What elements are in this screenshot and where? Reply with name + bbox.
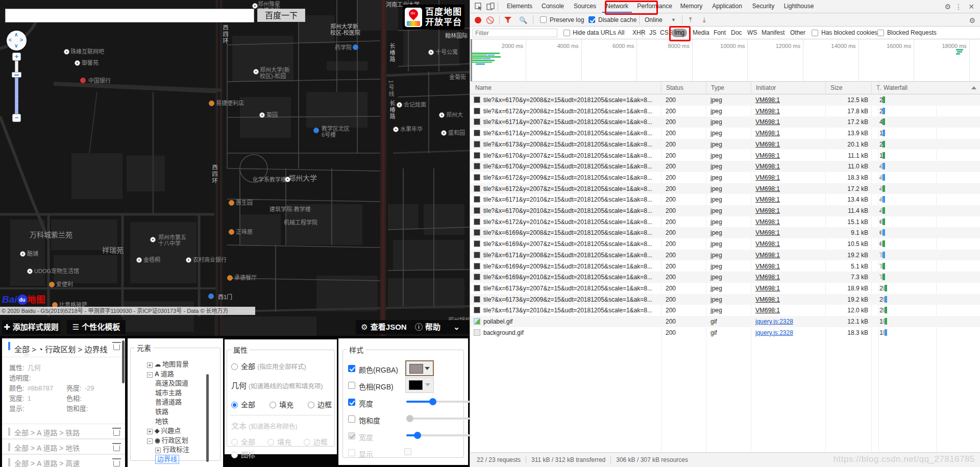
- attr-geometry-options[interactable]: 全部填充边框: [231, 399, 332, 409]
- request-initiator[interactable]: VM698:1: [755, 118, 825, 126]
- column-header-status[interactable]: Status: [661, 82, 706, 94]
- tree-node-11[interactable]: 边界线: [155, 454, 179, 463]
- filter-input[interactable]: [473, 29, 557, 37]
- devtools-menu-icon[interactable]: ⋮: [955, 3, 962, 11]
- map-canvas[interactable]: 郑州豫星 快捷酒店河南工业大学珠峰互联网吧御馨苑郑州大学新 校区-校医院药学院翰…: [0, 0, 470, 337]
- style-option-4[interactable]: 饱和度: [348, 414, 460, 430]
- style-rule-item[interactable]: 全部 > A 道路 > 铁路: [2, 424, 125, 439]
- hide-data-urls-checkbox[interactable]: [564, 30, 570, 36]
- import-har-icon[interactable]: ⤒: [689, 16, 692, 24]
- network-request-row[interactable]: tile?&x=6171&y=2008&z=15&udt=20181205&sc…: [471, 250, 980, 261]
- request-initiator[interactable]: VM698:1: [755, 218, 825, 226]
- column-header-waterfall[interactable]: Waterfall: [878, 82, 980, 94]
- tree-node-8[interactable]: +◆兴趣点: [147, 425, 181, 435]
- filter-pill-manifest[interactable]: Manifest: [759, 29, 787, 37]
- filter-pill-media[interactable]: Media: [690, 29, 712, 37]
- style-rule-item[interactable]: 全部 > A 道路 > 高速: [2, 454, 125, 467]
- zoom-slider-handle[interactable]: [12, 72, 21, 78]
- record-button[interactable]: [475, 17, 481, 23]
- network-request-row[interactable]: tile?&x=6172&y=2009&z=15&udt=20181205&sc…: [471, 172, 980, 183]
- has-blocked-cookies-checkbox[interactable]: [812, 30, 818, 36]
- delete-rule-icon[interactable]: [113, 428, 120, 435]
- network-request-row[interactable]: tile?&x=6173&y=2007&z=15&udt=20181205&sc…: [471, 283, 980, 294]
- style-option-1[interactable]: 颜色(RGBA): [348, 364, 460, 379]
- tree-node-7[interactable]: 地铁: [155, 416, 168, 426]
- request-initiator[interactable]: VM698:1: [755, 274, 825, 281]
- tree-node-2[interactable]: −A道路: [147, 368, 174, 378]
- tree-node-6[interactable]: 铁路: [155, 406, 168, 416]
- devtools-tab-lighthouse[interactable]: Lighthouse: [781, 0, 817, 13]
- filter-pill-ws[interactable]: WS: [745, 29, 760, 37]
- devtools-close-icon[interactable]: ✕: [968, 3, 974, 11]
- clear-icon[interactable]: 🚫: [486, 16, 494, 24]
- network-request-row[interactable]: background.gif200gifjquery.js:232818.3 k…: [471, 327, 980, 338]
- column-header-type[interactable]: Type: [706, 82, 751, 94]
- network-request-row[interactable]: tile?&x=6170&y=2007&z=15&udt=20181205&sc…: [471, 150, 980, 161]
- tree-node-10[interactable]: +行政标注: [155, 444, 189, 454]
- tree-scrollbar[interactable]: [206, 374, 209, 462]
- devtools-tab-sources[interactable]: Sources: [571, 0, 599, 13]
- search-button[interactable]: 百度一下: [257, 9, 305, 22]
- template-button[interactable]: ☰个性化模板: [67, 320, 126, 334]
- disable-cache-checkbox[interactable]: [589, 16, 595, 23]
- tree-node-5[interactable]: 普通道路: [155, 397, 182, 406]
- request-initiator[interactable]: VM698:1: [755, 307, 825, 314]
- style-rule-item[interactable]: 全部 > ◔ 行政区划 > 边界线: [2, 338, 125, 357]
- help-button[interactable]: ⓘ帮助: [412, 320, 444, 334]
- column-header-size[interactable]: Size: [825, 82, 871, 94]
- network-request-row[interactable]: poilabel.gif200gifjquery.js:232812.1 kB1…: [471, 316, 980, 327]
- network-request-row[interactable]: tile?&x=6169&y=2007&z=15&udt=20181205&sc…: [471, 238, 980, 250]
- attr-all-radio-row[interactable]: 全部 (指应用全部样式): [231, 361, 306, 371]
- add-style-rule-button[interactable]: ✚添加样式规则: [2, 320, 60, 334]
- filter-icon[interactable]: [504, 17, 511, 23]
- blocked-requests-checkbox[interactable]: [877, 30, 884, 36]
- zoom-track-lower[interactable]: [15, 78, 18, 114]
- request-initiator[interactable]: VM698:1: [755, 174, 825, 181]
- network-request-row[interactable]: tile?&x=6171&y=2009&z=15&udt=20181205&sc…: [471, 128, 980, 139]
- devtools-settings-icon[interactable]: ⚙: [944, 3, 951, 11]
- devtools-tab-elements[interactable]: Elements: [504, 0, 535, 13]
- style-option-5[interactable]: 宽度: [348, 431, 460, 447]
- request-initiator[interactable]: jquery.js:2328: [755, 329, 825, 336]
- filter-pill-all[interactable]: All: [615, 29, 627, 37]
- devtools-tab-security[interactable]: Security: [749, 0, 778, 13]
- request-initiator[interactable]: VM698:1: [755, 108, 825, 115]
- request-initiator[interactable]: VM698:1: [755, 229, 825, 236]
- network-settings-icon[interactable]: ⚙: [969, 16, 975, 24]
- delete-rule-icon[interactable]: [113, 443, 120, 451]
- network-request-row[interactable]: tile?&x=6169&y=2009&z=15&udt=20181205&sc…: [471, 261, 980, 272]
- search-input[interactable]: [5, 9, 254, 22]
- network-request-row[interactable]: tile?&x=6170&y=2010&z=15&udt=20181205&sc…: [471, 205, 980, 216]
- devtools-tab-memory[interactable]: Memory: [677, 0, 705, 13]
- zoom-out-button[interactable]: −: [12, 114, 21, 122]
- export-har-icon[interactable]: ⤓: [703, 16, 706, 24]
- filter-pill-xhr[interactable]: XHR: [630, 29, 648, 37]
- request-initiator[interactable]: VM698:1: [755, 240, 825, 248]
- request-initiator[interactable]: VM698:1: [755, 252, 825, 259]
- preserve-log-checkbox[interactable]: [540, 16, 547, 23]
- delete-rule-icon[interactable]: [113, 342, 120, 350]
- filter-pill-other[interactable]: Other: [788, 29, 808, 37]
- delete-rule-icon[interactable]: [113, 458, 120, 466]
- network-overview-timeline[interactable]: 2000 ms4000 ms6000 ms8000 ms10000 ms1200…: [471, 39, 980, 82]
- zoom-in-button[interactable]: +: [12, 53, 21, 61]
- style-option-2[interactable]: 色相(RGB): [348, 381, 460, 396]
- network-request-row[interactable]: tile?&x=6169&y=2010&z=15&udt=20181205&sc…: [471, 272, 980, 283]
- map-pan-control[interactable]: ∧ ∨ < >: [7, 31, 27, 51]
- devtools-tab-application[interactable]: Application: [708, 0, 746, 13]
- request-initiator[interactable]: VM698:1: [755, 263, 825, 270]
- network-request-row[interactable]: tile?&x=6171&y=2007&z=15&udt=20181205&sc…: [471, 116, 980, 128]
- tree-node-3[interactable]: 高速及国道: [155, 378, 188, 387]
- request-initiator[interactable]: VM698:1: [755, 152, 825, 159]
- network-request-row[interactable]: tile?&x=6172&y=2007&z=15&udt=20181205&sc…: [471, 183, 980, 194]
- network-request-row[interactable]: tile?&x=6173&y=2010&z=15&udt=20181205&sc…: [471, 305, 980, 316]
- network-request-row[interactable]: tile?&x=6172&y=2010&z=15&udt=20181205&sc…: [471, 216, 980, 228]
- network-request-row[interactable]: tile?&x=6173&y=2008&z=15&udt=20181205&sc…: [471, 139, 980, 150]
- request-initiator[interactable]: VM698:1: [755, 196, 825, 203]
- request-initiator[interactable]: VM698:1: [755, 96, 825, 104]
- zoom-track[interactable]: [15, 61, 18, 73]
- throttling-select[interactable]: Online: [645, 16, 663, 23]
- request-initiator[interactable]: VM698:1: [755, 163, 825, 170]
- filter-pill-doc[interactable]: Doc: [728, 29, 744, 37]
- device-toolbar-icon[interactable]: [486, 3, 495, 11]
